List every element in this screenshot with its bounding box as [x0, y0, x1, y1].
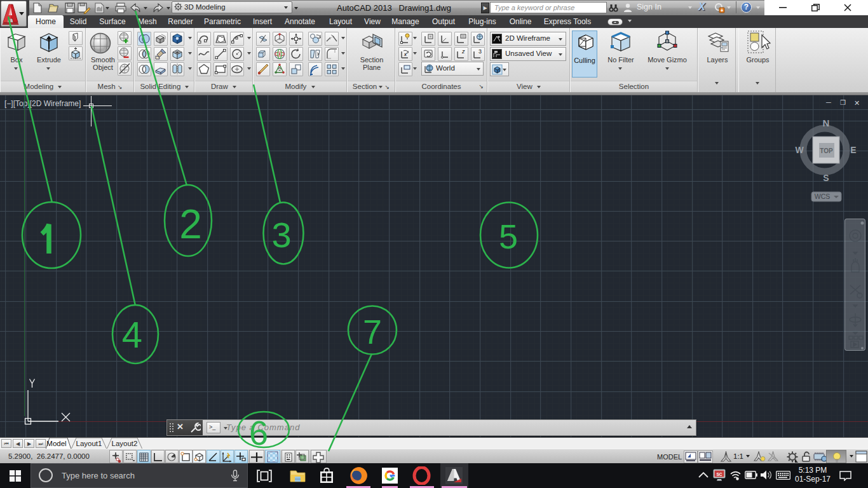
svg-text:TOP: TOP — [820, 147, 833, 154]
svg-text:Layout2: Layout2 — [112, 440, 138, 447]
svg-text:E: E — [850, 145, 856, 155]
svg-text:z: z — [461, 48, 465, 55]
svg-text:WCS: WCS — [815, 193, 831, 200]
svg-text:W: W — [795, 145, 804, 155]
svg-text:3: 3 — [478, 48, 482, 55]
svg-text:Model: Model — [46, 440, 66, 447]
svg-text:N: N — [823, 118, 830, 128]
svg-text:Layout1: Layout1 — [76, 440, 102, 447]
svg-text:S: S — [823, 173, 829, 183]
svg-text:SC: SC — [716, 472, 722, 477]
